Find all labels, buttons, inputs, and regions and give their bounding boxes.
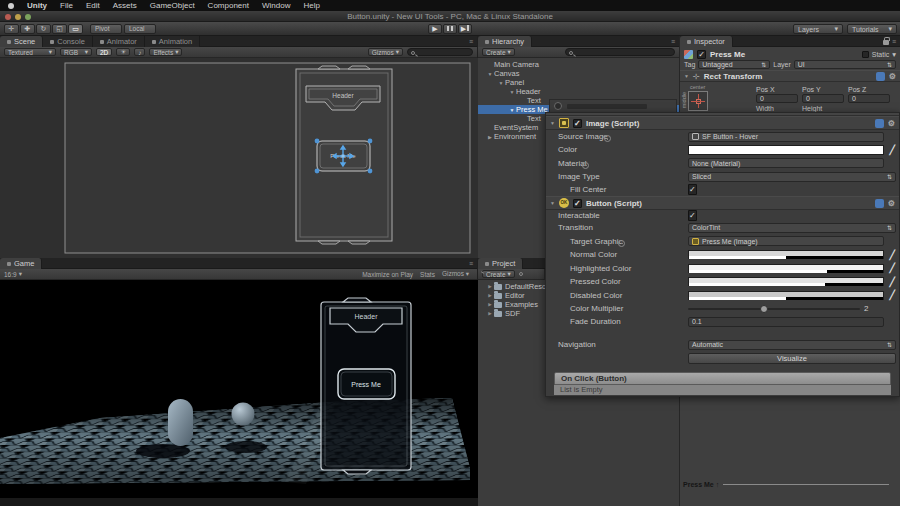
scale-tool-button[interactable]: ◱	[52, 24, 67, 34]
menu-component[interactable]: Component	[208, 1, 249, 10]
menu-file[interactable]: File	[60, 1, 73, 10]
menu-gameobject[interactable]: GameObject	[150, 1, 195, 10]
material-field[interactable]: None (Material)	[688, 158, 884, 168]
eyedropper-icon[interactable]: ╱	[890, 277, 895, 287]
gear-icon[interactable]: ⚙	[888, 119, 895, 128]
game-press-me-button[interactable]: Press Me	[338, 369, 395, 399]
gear-icon[interactable]: ⚙	[888, 199, 895, 208]
audio-toggle[interactable]: ♪	[134, 48, 145, 56]
lighting-toggle[interactable]: ☀	[116, 48, 130, 56]
rect-tool-button[interactable]: ▭	[68, 24, 83, 34]
pivot-toggle[interactable]: Pivot	[90, 24, 122, 34]
channel-dropdown[interactable]: RGB▾	[60, 48, 92, 56]
help-icon[interactable]	[875, 119, 884, 128]
hand-tool-button[interactable]: ✛	[4, 24, 19, 34]
menu-assets[interactable]: Assets	[113, 1, 137, 10]
hierarchy-create-button[interactable]: Create▾	[482, 48, 515, 56]
tab-console[interactable]: Console	[43, 36, 93, 47]
fill-center-checkbox[interactable]: ✓	[688, 184, 697, 195]
on-click-header[interactable]: On Click (Button)	[554, 372, 891, 385]
slider-knob[interactable]	[760, 305, 768, 313]
hierarchy-item-header[interactable]: ▼Header	[478, 87, 679, 96]
static-checkbox[interactable]	[862, 51, 869, 58]
hierarchy-search-input[interactable]	[565, 48, 675, 56]
menu-window[interactable]: Window	[262, 1, 290, 10]
image-enabled-checkbox[interactable]: ✓	[573, 119, 582, 128]
color-multiplier-slider[interactable]	[688, 308, 860, 310]
help-icon[interactable]	[876, 72, 885, 81]
scene-search-input[interactable]	[407, 48, 473, 56]
navigation-dropdown[interactable]: Automatic⇅	[688, 340, 896, 350]
help-icon[interactable]	[875, 199, 884, 208]
move-tool-button[interactable]: ✚	[20, 24, 35, 34]
image-type-dropdown[interactable]: Sliced⇅	[688, 172, 896, 182]
tab-animator[interactable]: Animator	[93, 36, 145, 47]
object-picker-icon[interactable]	[604, 135, 611, 142]
object-picker-icon[interactable]	[618, 240, 625, 247]
color-swatch[interactable]	[688, 145, 884, 155]
posz-field[interactable]: 0	[848, 94, 890, 103]
target-graphic-field[interactable]: Press Me (Image)	[688, 236, 884, 246]
wireframe-button-selected[interactable]: Press Me	[315, 139, 373, 174]
game-gizmos-dropdown[interactable]: Gizmos ▾	[442, 270, 469, 278]
lock-icon[interactable]	[883, 40, 889, 45]
hierarchy-item-panel[interactable]: ▼Panel	[478, 78, 679, 87]
2d-toggle[interactable]: 2D	[96, 48, 112, 56]
tab-game[interactable]: Game	[0, 258, 42, 269]
panel-menu-icon[interactable]: ≡	[671, 38, 675, 45]
tab-animation[interactable]: Animation	[145, 36, 200, 47]
tab-hierarchy[interactable]: Hierarchy	[478, 36, 532, 47]
shading-dropdown[interactable]: Textured▾	[4, 48, 56, 56]
active-checkbox[interactable]: ✓	[697, 50, 706, 59]
pressed-color-swatch[interactable]	[688, 277, 884, 286]
maximize-on-play-toggle[interactable]: Maximize on Play	[362, 271, 413, 278]
scene-gizmos-dropdown[interactable]: Gizmos▾	[368, 48, 403, 56]
panel-menu-icon[interactable]: ≡	[469, 38, 473, 45]
tab-scene[interactable]: Scene	[0, 36, 43, 47]
image-component-header[interactable]: ▼ ✓ Image (Script) ⚙	[546, 116, 899, 130]
rect-transform-header[interactable]: ▼ ⊹ Rect Transform ⚙	[680, 70, 900, 82]
local-toggle[interactable]: Local	[124, 24, 156, 34]
pause-button[interactable]	[443, 24, 457, 34]
panel-menu-icon[interactable]: ≡	[892, 38, 896, 45]
rotate-tool-button[interactable]: ↻	[36, 24, 51, 34]
effects-dropdown[interactable]: Effects▾	[149, 48, 182, 56]
step-button[interactable]: ▶	[458, 24, 472, 34]
button-enabled-checkbox[interactable]: ✓	[573, 199, 582, 208]
foldout-arrow[interactable]: ▼	[684, 73, 689, 79]
menu-help[interactable]: Help	[303, 1, 319, 10]
foldout-arrow[interactable]: ▼	[550, 120, 555, 126]
panel-menu-icon[interactable]: ≡	[469, 260, 473, 267]
eyedropper-icon[interactable]: ╱	[890, 290, 895, 300]
tag-dropdown[interactable]: Untagged⇅	[698, 60, 770, 69]
tab-inspector[interactable]: Inspector	[680, 36, 733, 47]
button-component-header[interactable]: ▼ OK ✓ Button (Script) ⚙	[546, 196, 899, 210]
transition-dropdown[interactable]: ColorTint⇅	[688, 223, 896, 233]
eyedropper-icon[interactable]: ╱	[890, 250, 895, 260]
hierarchy-item-canvas[interactable]: ▼Canvas	[478, 69, 679, 78]
aspect-dropdown[interactable]: 16:9▾	[4, 270, 22, 278]
stats-toggle[interactable]: Stats	[420, 271, 435, 278]
eyedropper-icon[interactable]: ╱	[890, 263, 895, 273]
project-create-button[interactable]: Create▾	[482, 270, 515, 278]
interactable-checkbox[interactable]: ✓	[688, 210, 697, 221]
foldout-arrow[interactable]: ▼	[550, 200, 555, 206]
normal-color-swatch[interactable]	[688, 250, 884, 259]
posx-field[interactable]: 0	[756, 94, 798, 103]
tab-project[interactable]: Project	[478, 258, 523, 269]
highlighted-color-swatch[interactable]	[688, 264, 884, 273]
eyedropper-icon[interactable]: ╱	[890, 145, 895, 155]
hierarchy-item-main-camera[interactable]: Main Camera	[478, 60, 679, 69]
layers-dropdown[interactable]: Layers▾	[793, 24, 843, 34]
layer-dropdown[interactable]: UI⇅	[794, 60, 896, 69]
menu-unity[interactable]: Unity	[27, 1, 47, 10]
disabled-color-swatch[interactable]	[688, 291, 884, 300]
fade-duration-field[interactable]: 0.1	[688, 317, 884, 327]
scene-viewport[interactable]: Header Press Me	[0, 58, 478, 258]
source-image-field[interactable]: SF Button - Hover	[688, 132, 884, 142]
game-viewport[interactable]: Header Press Me	[0, 280, 478, 498]
apple-icon[interactable]	[8, 3, 14, 9]
object-picker-icon[interactable]	[582, 162, 589, 169]
tutorials-dropdown[interactable]: Tutorials▾	[847, 24, 897, 34]
visualize-button[interactable]: Visualize	[688, 353, 896, 364]
